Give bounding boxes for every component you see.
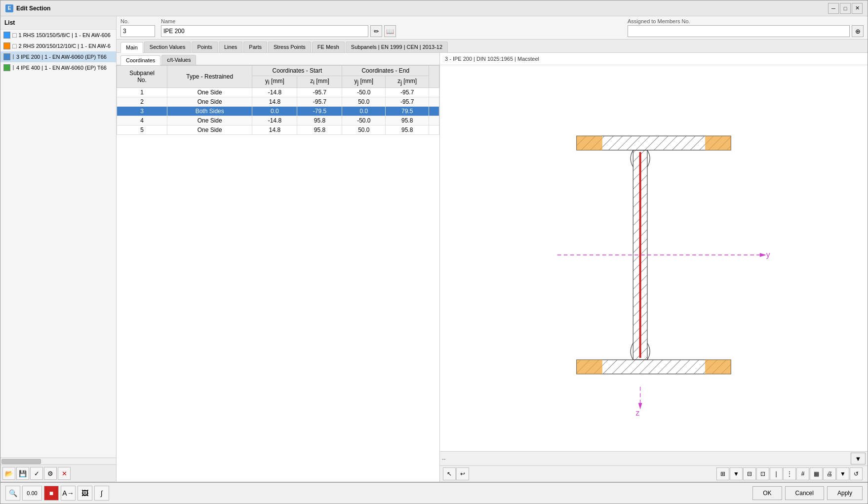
sidebar-item-1[interactable]: □ 1 RHS 150/150/5/8/C | 1 - EN AW-606 <box>0 30 116 41</box>
color-box-1 <box>3 32 10 39</box>
row4-zj: 95.8 <box>386 116 429 126</box>
viz-btn-grid[interactable]: ⊟ <box>743 467 756 480</box>
sidebar-list: □ 1 RHS 150/150/5/8/C | 1 - EN AW-606 □ … <box>0 30 116 458</box>
svg-marker-13 <box>760 253 766 257</box>
sidebar-item-3[interactable]: I 3 IPE 200 | 1 - EN AW-6060 (EP) T66 <box>0 51 116 62</box>
viz-btn-table2[interactable]: ▦ <box>810 467 823 480</box>
row1-yj: -50.0 <box>342 88 386 97</box>
color-button[interactable]: ■ <box>44 486 59 501</box>
th-zj: zj [mm] <box>386 76 429 88</box>
tab-fe-mesh[interactable]: FE Mesh <box>312 42 345 52</box>
number-group: No. <box>120 18 155 37</box>
search-tool-button[interactable]: 🔍 <box>5 486 20 501</box>
table-row[interactable]: 5 One Side 14.8 95.8 50.0 95.8 <box>117 126 439 135</box>
viz-btn-print[interactable]: 🖨 <box>823 467 836 480</box>
row5-type: One Side <box>167 126 252 135</box>
viz-btn-frame[interactable]: ⊞ <box>716 467 729 480</box>
close-button[interactable]: ✕ <box>852 3 863 14</box>
minimize-button[interactable]: ─ <box>828 3 839 14</box>
th-coord-end: Coordinates - End <box>342 66 429 76</box>
tab-subpanels[interactable]: Subpanels | EN 1999 | CEN | 2013-12 <box>346 42 448 52</box>
delete-button[interactable]: ✕ <box>58 467 71 480</box>
tab-parts[interactable]: Parts <box>243 42 267 52</box>
viz-bottom-bar: -- ▼ <box>440 451 868 465</box>
apply-button[interactable]: Apply <box>827 486 863 500</box>
ok-button[interactable]: OK <box>752 486 782 500</box>
viz-btn-dotline[interactable]: ⋮ <box>783 467 796 480</box>
check-button[interactable]: ✓ <box>30 467 43 480</box>
tab-lines[interactable]: Lines <box>219 42 242 52</box>
app-icon: E <box>5 4 13 12</box>
table-row[interactable]: 4 One Side -14.8 95.8 -50.0 95.8 <box>117 116 439 126</box>
cancel-button[interactable]: Cancel <box>785 486 824 500</box>
title-bar: E Edit Section ─ □ ✕ <box>0 0 868 16</box>
sub-tab-ct-values[interactable]: c/t-Values <box>161 55 196 65</box>
viz-btn-nums[interactable]: # <box>796 467 809 480</box>
assigned-input[interactable] <box>628 25 850 37</box>
sub-tab-coordinates[interactable]: Coordinates <box>120 55 160 65</box>
open-button[interactable]: 📂 <box>2 467 15 480</box>
sidebar-item-4[interactable]: I 4 IPE 400 | 1 - EN AW-6060 (EP) T66 <box>0 62 116 73</box>
row1-type: One Side <box>167 88 252 97</box>
number-label: No. <box>120 18 155 24</box>
sidebar-toolbar: 📂 💾 ✓ ⚙ ✕ <box>0 464 116 482</box>
th-zi: zi [mm] <box>297 76 342 88</box>
row4-zi: 95.8 <box>297 116 342 126</box>
shape-icon-2: □ <box>12 42 16 50</box>
save-button[interactable]: 💾 <box>16 467 29 480</box>
tab-stress-points[interactable]: Stress Points <box>268 42 311 52</box>
counter-button[interactable]: 0.00 <box>22 486 42 501</box>
table-row[interactable]: 1 One Side -14.8 -95.7 -50.0 -95.7 <box>117 88 439 97</box>
row1-yi: -14.8 <box>252 88 297 97</box>
maximize-button[interactable]: □ <box>840 3 851 14</box>
th-yj: yj [mm] <box>342 76 386 88</box>
window-controls: ─ □ ✕ <box>828 3 863 14</box>
coordinates-panel: Coordinates c/t-Values SubpanelNo. Type … <box>117 53 440 482</box>
viz-btn-dropdown3[interactable]: ▼ <box>836 467 849 480</box>
sidebar-item-2[interactable]: □ 2 RHS 200/150/12/10/C | 1 - EN AW-6 <box>0 41 116 51</box>
settings-button[interactable]: ⚙ <box>44 467 57 480</box>
row4-type: One Side <box>167 116 252 126</box>
viz-title: 3 - IPE 200 | DIN 1025:1965 | Macsteel <box>440 53 868 65</box>
assigned-label: Assigned to Members No. <box>628 18 864 24</box>
viz-btn-undo[interactable]: ↩ <box>456 467 469 480</box>
table-row[interactable]: 2 One Side 14.8 -95.7 50.0 -95.7 <box>117 97 439 107</box>
tab-points[interactable]: Points <box>192 42 218 52</box>
name-input[interactable] <box>161 25 368 37</box>
row5-id: 5 <box>117 126 167 135</box>
image-button[interactable]: 🖼 <box>78 486 92 501</box>
tab-content: Coordinates c/t-Values SubpanelNo. Type … <box>117 53 868 482</box>
viz-btn-col[interactable]: ⊡ <box>756 467 769 480</box>
label-button[interactable]: A→ <box>61 486 76 501</box>
viz-btn-line[interactable]: | <box>770 467 783 480</box>
row3-zi: -79.5 <box>297 107 342 116</box>
bottom-bar: 🔍 0.00 ■ A→ 🖼 ∫ OK Cancel Apply <box>0 482 868 504</box>
item-label-3: 3 IPE 200 | 1 - EN AW-6060 (EP) T66 <box>16 54 107 60</box>
viz-btn-refresh[interactable]: ↺ <box>850 467 863 480</box>
assigned-action-button[interactable]: ⊕ <box>852 25 864 37</box>
color-box-4 <box>3 64 10 71</box>
table-row-selected[interactable]: 3 Both Sides 0.0 -79.5 0.0 79.5 <box>117 107 439 116</box>
color-box-3 <box>3 53 10 60</box>
shape-icon-1: □ <box>12 31 16 39</box>
table-container: SubpanelNo. Type - Restrained Coordinate… <box>117 65 439 482</box>
viz-dropdown-button[interactable]: ▼ <box>851 453 866 464</box>
th-subpanel-no: SubpanelNo. <box>117 66 167 88</box>
tab-section-values[interactable]: Section Values <box>144 42 191 52</box>
tab-main[interactable]: Main <box>120 42 143 53</box>
th-type: Type - Restrained <box>167 66 252 88</box>
horizontal-scrollbar[interactable] <box>0 458 116 464</box>
th-empty <box>429 66 439 88</box>
number-input[interactable] <box>120 25 155 37</box>
viz-btn-dropdown2[interactable]: ▼ <box>730 467 743 480</box>
scroll-thumb[interactable] <box>1 459 41 464</box>
row3-id: 3 <box>117 107 167 116</box>
name-row: No. Name ✏ 📖 Assigned to Members No. <box>117 16 868 40</box>
edit-name-button[interactable]: ✏ <box>370 25 382 37</box>
viz-btn-select[interactable]: ↖ <box>443 467 456 480</box>
function-button[interactable]: ∫ <box>94 486 109 501</box>
th-coord-start: Coordinates - Start <box>252 66 342 76</box>
assigned-group: Assigned to Members No. ⊕ <box>628 18 864 37</box>
book-button[interactable]: 📖 <box>384 25 396 37</box>
svg-rect-8 <box>705 360 731 374</box>
